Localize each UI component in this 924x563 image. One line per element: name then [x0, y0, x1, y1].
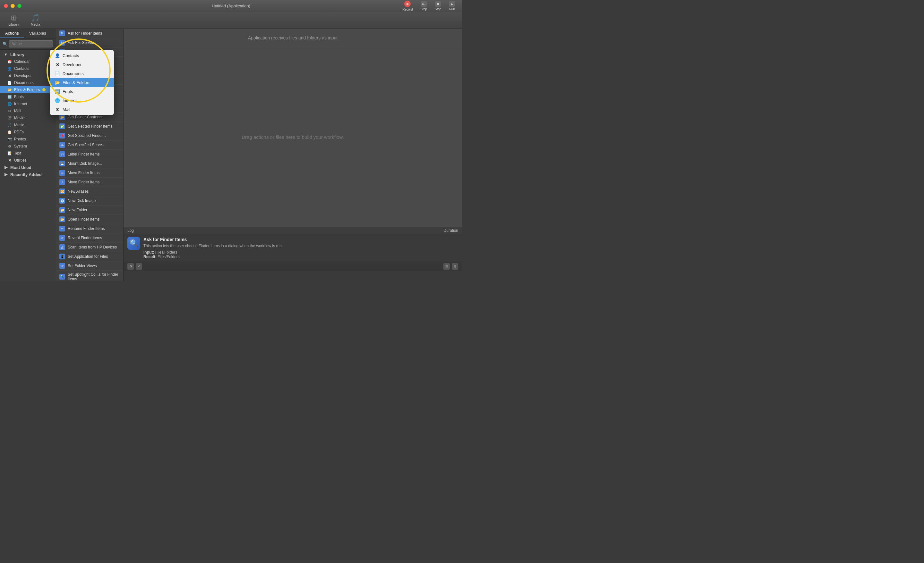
sidebar-item-music[interactable]: 🎵 Music [0, 121, 56, 129]
fonts-icon: 🔤 [7, 94, 12, 99]
library-button[interactable]: ⊞ Library [4, 12, 24, 28]
action-new-aliases[interactable]: 🔀 New Aliases [56, 187, 123, 196]
dropdown-item-label: Files & Folders [63, 80, 90, 85]
dropdown-item-mail[interactable]: ✉ Mail [50, 105, 114, 114]
sidebar-item-label: Utilities [14, 158, 27, 163]
minimize-button[interactable] [10, 4, 15, 8]
action-set-application-for-files[interactable]: 📱 Set Application for Files [56, 252, 123, 261]
log-checkmark-button[interactable]: ✓ [136, 263, 142, 270]
action-new-disk-image[interactable]: 💿 New Disk Image [56, 196, 123, 205]
dropdown-item-contacts[interactable]: 👤 Contacts [50, 51, 114, 60]
close-button[interactable] [4, 4, 8, 8]
action-label: Get Folder Contents [68, 115, 102, 119]
sidebar-item-recently-added[interactable]: ▶ Recently Added [0, 171, 56, 178]
action-icon: ✏ [59, 226, 65, 232]
search-input[interactable] [9, 40, 53, 48]
traffic-lights[interactable] [4, 4, 21, 8]
action-label-finder-items[interactable]: 🏷 Label Finder Items [56, 150, 123, 159]
sidebar-item-developer[interactable]: ✖ Developer [0, 72, 56, 79]
sidebar-item-mail[interactable]: ✉ Mail [0, 108, 56, 114]
sidebar-item-label: System [14, 144, 27, 148]
dropdown-item-label: Mail [63, 107, 70, 112]
tab-variables[interactable]: Variables [24, 29, 51, 38]
sidebar-item-label: Developer [14, 73, 32, 78]
run-button[interactable]: ▶ Run [446, 0, 458, 12]
maximize-button[interactable] [17, 4, 21, 8]
action-open-finder-items[interactable]: 📂 Open Finder Items [56, 215, 123, 224]
action-ask-finder-items[interactable]: 🔍 Ask for Finder Items [56, 29, 123, 38]
utilities-icon: ✖ [7, 158, 12, 163]
action-icon: 📂 [59, 216, 65, 222]
sidebar-item-movies[interactable]: 🎬 Movies [0, 114, 56, 121]
music-icon: 🎵 [7, 123, 12, 127]
action-set-folder-views[interactable]: 👁 Set Folder Views [56, 261, 123, 271]
sidebar-item-pdfs[interactable]: 📋 PDFs [0, 129, 56, 136]
action-get-specified-finder[interactable]: 📌 Get Specified Finder... [56, 131, 123, 141]
documents-dropdown-icon: 📄 [55, 71, 60, 76]
internet-icon: 🌐 [7, 101, 12, 106]
stop-button[interactable]: ⏹ Stop [432, 0, 445, 12]
sidebar-item-files-folders[interactable]: 📂 Files & Folders [0, 86, 56, 93]
tab-bar: Actions Variables [0, 29, 56, 39]
action-label: New Folder [68, 208, 87, 212]
step-button[interactable]: ⏭ Step [417, 0, 430, 12]
log-settings-button[interactable]: ⚙ [128, 263, 134, 270]
action-icon: 💾 [59, 161, 65, 166]
action-ask-for-servers[interactable]: 🖥 Ask For Servers [56, 38, 123, 48]
dropdown-item-developer[interactable]: ✖ Developer [50, 60, 114, 69]
action-get-selected-finder-items[interactable]: ✅ Get Selected Finder Items [56, 122, 123, 131]
dropdown-item-label: Internet [63, 98, 76, 103]
action-label: Set Folder Views [68, 264, 97, 268]
dropdown-item-fonts[interactable]: 🔤 Fonts [50, 87, 114, 96]
action-label: Open Finder Items [68, 217, 99, 222]
log-list-view-button[interactable]: ☰ [443, 263, 450, 270]
action-set-spotlight-comments[interactable]: 🔦 Set Spotlight Co...s for Finder Items [56, 271, 123, 281]
action-reveal-finder-items[interactable]: 👁 Reveal Finder Items [56, 234, 123, 243]
sidebar-item-contacts[interactable]: 👤 Contacts [0, 65, 56, 72]
sidebar-item-internet[interactable]: 🌐 Internet [0, 100, 56, 108]
log-content: 🔍 Ask for Finder Items This action lets … [123, 234, 462, 262]
action-move-finder-items2[interactable]: ↗ Move Finder Items... [56, 178, 123, 187]
sidebar-item-fonts[interactable]: 🔤 Fonts [0, 93, 56, 100]
library-icon: ⊞ [11, 14, 16, 21]
sidebar-item-calendar[interactable]: 📅 Calendar [0, 58, 56, 65]
developer-icon: ✖ [7, 73, 12, 78]
drag-hint-text: Drag actions or files here to build your… [242, 134, 344, 140]
content-header: Application receives files and folders a… [123, 29, 462, 47]
dropdown-item-label: Contacts [63, 53, 79, 58]
sidebar-item-text[interactable]: 📝 Text [0, 150, 56, 157]
movies-icon: 🎬 [7, 115, 12, 121]
log-grid-view-button[interactable]: ⊞ [452, 263, 458, 270]
action-new-folder[interactable]: 📁 New Folder [56, 205, 123, 215]
dropdown-item-files-folders[interactable]: 📂 Files & Folders [50, 78, 114, 87]
sidebar-item-label: Library [10, 52, 24, 57]
sidebar-item-label: Movies [14, 116, 26, 120]
content-area: Application receives files and folders a… [123, 29, 462, 281]
action-icon: 📌 [59, 133, 65, 139]
media-label: Media [31, 22, 40, 26]
sidebar-item-utilities[interactable]: ✖ Utilities [0, 157, 56, 164]
record-button[interactable]: ⏺ Record [399, 0, 416, 12]
sidebar-item-most-used[interactable]: ▶ Most Used [0, 164, 56, 171]
dropdown-item-documents[interactable]: 📄 Documents [50, 69, 114, 78]
action-label: Scan Items from HP Devices [68, 245, 117, 249]
dropdown-item-internet[interactable]: 🌐 Internet [50, 96, 114, 105]
action-get-specified-server[interactable]: 🖧 Get Specified Serve... [56, 141, 123, 150]
sidebar: Actions Variables 🔍 ▼ Library 📅 Calendar… [0, 29, 56, 281]
sidebar-item-library[interactable]: ▼ Library [0, 51, 56, 58]
sidebar-item-photos[interactable]: 📷 Photos [0, 136, 56, 143]
sidebar-item-system[interactable]: ⚙ System [0, 143, 56, 150]
sidebar-item-documents[interactable]: 📄 Documents [0, 79, 56, 86]
sidebar-item-label: Text [14, 151, 21, 156]
files-folders-dot [42, 88, 45, 91]
tab-actions[interactable]: Actions [0, 29, 24, 38]
calendar-icon: 📅 [7, 59, 12, 64]
media-button[interactable]: 🎵 Media [26, 12, 45, 28]
action-move-finder-items1[interactable]: ➡ Move Finder Items [56, 168, 123, 178]
sidebar-item-label: Mail [14, 109, 21, 113]
log-result-value: Files/Folders [158, 255, 180, 259]
fonts-dropdown-icon: 🔤 [55, 89, 60, 94]
action-scan-items-hp[interactable]: 🖨 Scan Items from HP Devices [56, 243, 123, 252]
action-rename-finder-items[interactable]: ✏ Rename Finder Items [56, 224, 123, 234]
action-mount-disk-image[interactable]: 💾 Mount Disk Image... [56, 159, 123, 168]
